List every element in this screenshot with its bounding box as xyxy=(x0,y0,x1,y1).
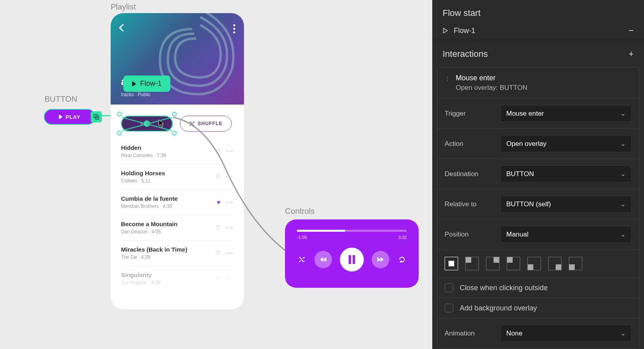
svg-rect-4 xyxy=(353,255,355,264)
play-icon xyxy=(59,114,62,119)
relative-to-dropdown[interactable]: BUTTON (self)⌄ xyxy=(500,196,632,213)
prop-label: Animation xyxy=(445,330,496,337)
remaining-time: 3:32 xyxy=(398,235,407,240)
drag-handle-icon[interactable]: ⋮ xyxy=(445,76,450,82)
action-dropdown[interactable]: Open overlay⌄ xyxy=(500,135,632,152)
anchor-center[interactable] xyxy=(445,257,458,270)
track-row[interactable]: Miracles (Back in Time) The Dø · 4:29 ♡ … xyxy=(121,240,234,266)
rewind-button[interactable] xyxy=(314,251,332,268)
play-label: AY xyxy=(146,121,154,126)
anchor-bottom-left-2[interactable] xyxy=(569,257,582,270)
back-icon[interactable] xyxy=(119,23,124,34)
pause-button[interactable] xyxy=(340,248,364,271)
chevron-down-icon: ⌄ xyxy=(620,170,626,178)
add-interaction-icon[interactable]: + xyxy=(628,49,634,59)
action-row: Action Open overlay⌄ xyxy=(437,128,639,159)
destination-dropdown[interactable]: BUTTON⌄ xyxy=(500,165,632,182)
playlist-frame[interactable]: ape tracks · Public AY SHUFFLE Hid xyxy=(111,13,244,309)
more-icon[interactable]: ··· xyxy=(226,224,234,231)
prop-label: Destination xyxy=(445,170,496,178)
section-title: Interactions xyxy=(443,49,488,59)
relative-to-row: Relative to BUTTON (self)⌄ xyxy=(437,189,639,219)
svg-rect-3 xyxy=(349,255,351,264)
flow-start-badge[interactable]: Flow-1 xyxy=(123,76,170,92)
flow-row[interactable]: Flow-1 − xyxy=(443,25,634,36)
playlist-subtitle: tracks · Public xyxy=(121,92,151,97)
component-badge-icon[interactable] xyxy=(91,111,102,122)
track-list: Hidden Rival Consoles · 7:38 ♡ ··· Holdi… xyxy=(111,136,244,291)
more-icon[interactable]: ··· xyxy=(226,173,234,180)
animation-dropdown[interactable]: None⌄ xyxy=(500,325,632,342)
track-row[interactable]: Cumbia de la fuente Meridian Brothers · … xyxy=(121,190,234,215)
position-row: Position Manual⌄ xyxy=(437,219,639,249)
track-title: Singularity xyxy=(121,271,215,278)
more-icon[interactable] xyxy=(233,24,235,33)
trigger-dropdown[interactable]: Mouse enter⌄ xyxy=(500,105,632,122)
more-icon[interactable]: ··· xyxy=(226,199,234,206)
anchor-top-right[interactable] xyxy=(486,257,500,270)
checkbox-label: Close when clicking outside xyxy=(460,284,548,292)
section-title: Flow start xyxy=(443,8,634,18)
close-outside-row[interactable]: Close when clicking outside xyxy=(437,277,639,298)
prop-label: Action xyxy=(445,140,496,148)
track-meta: The Dø · 4:29 xyxy=(121,254,215,260)
track-row[interactable]: Singularity Jon Hopkins · 6:29 ♡ ··· xyxy=(121,266,234,291)
shuffle-toggle-icon[interactable] xyxy=(297,255,306,264)
more-icon[interactable]: ··· xyxy=(226,148,234,155)
anchor-position-grid xyxy=(437,249,639,277)
track-actions: ♡ ··· xyxy=(215,148,234,155)
checkbox[interactable] xyxy=(445,283,453,292)
play-button-instance[interactable]: AY xyxy=(121,116,173,132)
button-component-frame[interactable]: PLAY xyxy=(44,109,96,125)
track-meta: Colleen · 5:11 xyxy=(121,178,215,184)
track-actions: ♥ ··· xyxy=(217,199,234,206)
frame-label-controls: Controls xyxy=(285,207,314,216)
track-info: Become a Mountain Dan Deacon · 4:05 xyxy=(121,221,215,235)
chevron-down-icon: ⌄ xyxy=(620,329,626,337)
track-row[interactable]: Holding Horses Colleen · 5:11 ♡ ··· xyxy=(121,164,234,190)
track-row[interactable]: Become a Mountain Dan Deacon · 4:05 ♡ ··… xyxy=(121,215,234,240)
shuffle-button[interactable]: SHUFFLE xyxy=(180,116,232,132)
animation-row: Animation None⌄ xyxy=(437,318,639,348)
destination-row: Destination BUTTON⌄ xyxy=(437,159,639,189)
position-dropdown[interactable]: Manual⌄ xyxy=(500,226,632,243)
track-row[interactable]: Hidden Rival Consoles · 7:38 ♡ ··· xyxy=(121,139,234,164)
prop-label: Relative to xyxy=(445,200,496,208)
anchor-top-left-2[interactable] xyxy=(507,257,520,270)
prop-label: Position xyxy=(445,231,496,238)
track-info: Holding Horses Colleen · 5:11 xyxy=(121,170,215,184)
controls-frame[interactable]: -1:05 3:32 xyxy=(285,219,419,288)
heart-icon[interactable]: ♡ xyxy=(215,148,221,155)
flow-badge-label: Flow-1 xyxy=(140,79,162,88)
track-actions: ♡ ··· xyxy=(215,275,234,282)
interaction-summary: Open overlay: BUTTON xyxy=(456,84,527,92)
forward-button[interactable] xyxy=(372,251,389,268)
heart-icon[interactable]: ♡ xyxy=(215,250,221,257)
heart-icon[interactable]: ♥ xyxy=(217,199,221,206)
interactions-header: Interactions + xyxy=(432,40,644,63)
anchor-bottom-left[interactable] xyxy=(527,257,541,270)
repeat-icon[interactable] xyxy=(397,255,407,264)
card-header[interactable]: ⋮ Mouse enter Open overlay: BUTTON xyxy=(437,68,639,98)
progress-bar[interactable] xyxy=(297,230,407,232)
heart-icon[interactable]: ♡ xyxy=(215,173,221,180)
heart-icon[interactable]: ♡ xyxy=(215,224,221,231)
interaction-card: ⋮ Mouse enter Open overlay: BUTTON Trigg… xyxy=(437,67,639,349)
interaction-event: Mouse enter xyxy=(456,74,527,82)
flow-name: Flow-1 xyxy=(454,27,475,35)
checkbox[interactable] xyxy=(445,304,453,312)
anchor-top-left[interactable] xyxy=(465,257,479,270)
heart-icon[interactable]: ♡ xyxy=(215,275,221,282)
prop-label: Trigger xyxy=(445,110,496,118)
progress-fill xyxy=(297,230,345,232)
flow-start-section: Flow start Flow-1 − xyxy=(432,0,644,40)
anchor-bottom-right[interactable] xyxy=(548,257,562,270)
track-meta: Jon Hopkins · 6:29 xyxy=(121,280,215,285)
design-canvas[interactable]: Playlist BUTTON Controls PLAY ape xyxy=(0,0,432,349)
more-icon[interactable]: ··· xyxy=(226,275,234,282)
remove-flow-icon[interactable]: − xyxy=(628,25,634,36)
bg-overlay-row[interactable]: Add background overlay xyxy=(437,298,639,318)
chevron-down-icon: ⌄ xyxy=(620,109,626,118)
track-meta: Dan Deacon · 4:05 xyxy=(121,229,215,235)
more-icon[interactable]: ··· xyxy=(226,250,234,257)
